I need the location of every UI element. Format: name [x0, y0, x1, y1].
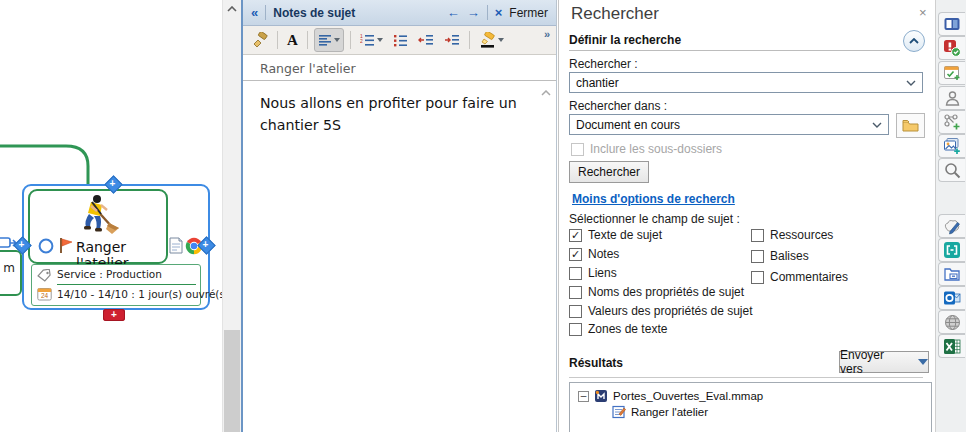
result-item-row[interactable]: Ranger l'atelier [612, 405, 708, 419]
tab-archive-folder[interactable] [938, 262, 965, 286]
format-painter-button[interactable] [249, 29, 271, 51]
indent-button[interactable] [441, 29, 463, 51]
scrollbar-thumb[interactable] [224, 330, 240, 432]
tab-design-pen[interactable] [938, 214, 965, 238]
font-button[interactable]: A [284, 29, 301, 51]
notes-close-button[interactable]: Fermer [509, 6, 548, 20]
selected-topic[interactable]: Ranger l'atelier Service : Production [22, 184, 210, 310]
checkbox-zones-de-texte[interactable] [569, 323, 582, 336]
checkbox-notes[interactable]: ✓ [569, 248, 582, 261]
search-for-label: Rechercher : [569, 57, 638, 71]
field-row: Ressources [751, 228, 833, 242]
snap-capture-icon [943, 241, 961, 259]
tab-outlook[interactable] [938, 286, 965, 310]
handle-add-right-plus: + [199, 239, 212, 250]
notes-back-button[interactable]: ← [447, 5, 460, 20]
partial-topic-text: m [3, 261, 15, 275]
highlighter-icon [479, 32, 496, 48]
separator [487, 5, 488, 20]
result-file-name: Portes_Ouvertes_Eval.mmap [613, 390, 763, 402]
notes-collapse-button[interactable]: « [251, 5, 258, 20]
mmap-file-icon [594, 389, 608, 403]
map-canvas[interactable]: m [0, 0, 222, 432]
tab-snap-capture[interactable] [938, 238, 965, 262]
bullet-list-icon [393, 33, 408, 47]
checkbox-ressources[interactable] [751, 229, 764, 242]
define-search-section: Définir la recherche [569, 33, 681, 47]
toolbar-overflow-button[interactable]: » [544, 26, 550, 40]
red-flag-icon[interactable] [58, 237, 74, 254]
notes-close-x-icon[interactable]: × [495, 5, 503, 20]
outdent-button[interactable] [415, 29, 437, 51]
align-dropdown-caret[interactable] [334, 38, 340, 42]
checkbox-noms-proprietes[interactable] [569, 286, 582, 299]
tab-library[interactable] [938, 12, 965, 36]
tab-calendar-add-task[interactable] [938, 61, 965, 85]
canvas-scrollbar[interactable] [222, 0, 241, 432]
notes-forward-button[interactable]: → [467, 5, 480, 20]
result-item-name: Ranger l'atelier [631, 406, 708, 418]
highlight-button[interactable] [476, 29, 507, 51]
tab-search[interactable] [938, 158, 965, 182]
checkbox-balises[interactable] [751, 250, 764, 263]
less-options-link[interactable]: Moins d'options de recherch [572, 192, 735, 206]
task-pane-tabstrip [935, 0, 966, 432]
checkbox-label: Valeurs des propriétés de sujet [588, 304, 753, 318]
progress-icon[interactable] [38, 238, 54, 254]
field-row: ✓ Texte de sujet [569, 228, 662, 242]
tab-resources[interactable] [938, 86, 965, 110]
checkbox-texte-de-sujet[interactable]: ✓ [569, 229, 582, 242]
topic-notes-panel: « Notes de sujet ← → × Fermer A [241, 0, 557, 432]
tab-task-status[interactable] [938, 36, 965, 60]
section-collapse-button[interactable] [903, 30, 925, 52]
highlight-caret[interactable] [498, 38, 504, 42]
notes-header: « Notes de sujet ← → × Fermer [243, 0, 556, 26]
search-in-label: Rechercher dans : [569, 99, 667, 113]
chevron-up-icon [909, 38, 919, 44]
excel-icon [943, 338, 961, 355]
partial-sibling-topic[interactable]: m [0, 250, 22, 296]
search-input-value: chantier [576, 76, 906, 90]
result-file-row[interactable]: − Portes_Ouvertes_Eval.mmap [578, 389, 763, 403]
note-title-row: Ranger l'atelier [243, 55, 556, 81]
tree-expander[interactable]: − [578, 391, 589, 402]
chevron-down-icon[interactable] [906, 80, 916, 86]
checkbox-label: Notes [588, 247, 619, 261]
indent-icon [444, 33, 460, 47]
chevron-down-icon[interactable] [872, 122, 882, 128]
topic-notes-icon[interactable] [168, 237, 184, 254]
info-divider [57, 284, 196, 285]
align-button[interactable] [314, 28, 344, 52]
person-icon [944, 90, 961, 107]
tab-web[interactable] [938, 310, 965, 334]
results-rule [569, 377, 923, 378]
tab-images-add[interactable] [938, 134, 965, 158]
browse-folder-button[interactable] [896, 113, 925, 138]
search-in-select[interactable]: Document en cours [569, 114, 889, 135]
numbered-list-caret[interactable] [377, 38, 383, 42]
note-title-rule [243, 80, 556, 81]
add-subtopic-button[interactable]: + [103, 309, 125, 321]
include-subfolders-checkbox [571, 143, 584, 156]
tab-excel[interactable] [938, 334, 965, 358]
field-row: Commentaires [751, 270, 848, 284]
checkbox-liens[interactable] [569, 267, 582, 280]
scrollbar-up-icon[interactable] [227, 6, 237, 12]
send-to-button[interactable]: Envoyer vers [839, 351, 929, 373]
tag-icon [37, 269, 52, 282]
svg-text:24: 24 [41, 292, 49, 299]
tab-map-links-add[interactable] [938, 110, 965, 134]
results-list[interactable]: − Portes_Ouvertes_Eval.mmap Ranger l'ate… [569, 382, 932, 432]
numbered-list-button[interactable]: 1 2 [357, 29, 386, 51]
note-body-text[interactable]: Nous allons en profiter pour faire un ch… [260, 92, 548, 136]
checkbox-commentaires[interactable] [751, 271, 764, 284]
checkbox-valeurs-proprietes[interactable] [569, 305, 582, 318]
send-to-label: Envoyer vers [840, 348, 910, 376]
topic-shape[interactable]: Ranger l'atelier [28, 189, 168, 264]
search-pane-title: Rechercher [571, 4, 659, 24]
search-button[interactable]: Rechercher [569, 161, 649, 183]
search-close-icon[interactable]: × [919, 5, 927, 20]
search-input[interactable]: chantier [569, 72, 923, 93]
note-scroll-up-icon[interactable] [541, 90, 551, 96]
bullet-list-button[interactable] [390, 29, 411, 51]
